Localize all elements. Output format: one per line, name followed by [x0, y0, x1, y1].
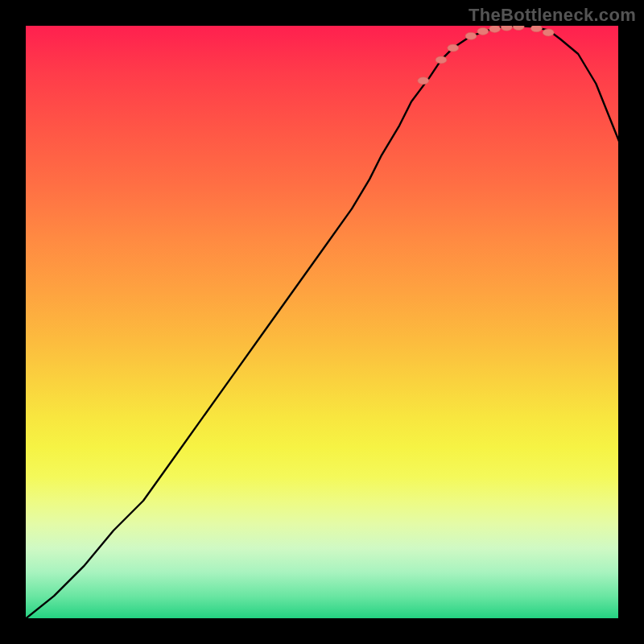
optimal-marker: [465, 32, 477, 39]
optimal-zone-markers: [418, 24, 554, 85]
chart-svg: [24, 24, 620, 620]
optimal-marker: [448, 44, 459, 52]
optimal-marker: [477, 27, 489, 35]
optimal-marker: [418, 77, 429, 85]
bottleneck-curve-line: [24, 26, 620, 620]
page-root: TheBottleneck.com: [0, 0, 644, 644]
watermark-text: TheBottleneck.com: [469, 5, 636, 26]
optimal-marker: [436, 56, 447, 64]
optimal-marker: [543, 29, 554, 36]
optimal-marker: [530, 25, 542, 32]
chart-container: [24, 24, 620, 620]
optimal-marker: [489, 25, 501, 32]
